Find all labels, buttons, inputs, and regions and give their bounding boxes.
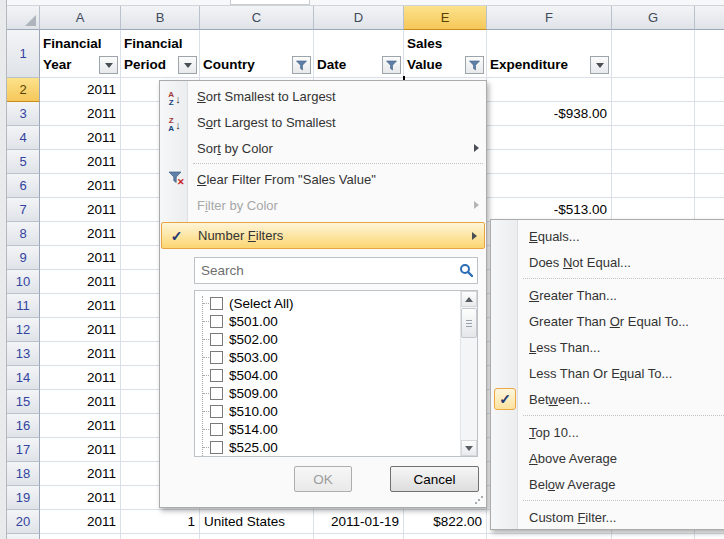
cancel-button[interactable]: Cancel [390, 466, 479, 492]
grid-cell[interactable]: 2011 [40, 390, 121, 414]
row-header-7[interactable]: 7 [7, 198, 40, 222]
submenu-item-equals[interactable]: Equals... [491, 223, 724, 249]
submenu-item-greater-than[interactable]: Greater Than... [491, 282, 724, 308]
menu-item-sort-by-color[interactable]: Sort by Color [160, 135, 486, 161]
filter-value-item[interactable]: $509.00 [195, 384, 459, 402]
header-cell-empty-g[interactable] [612, 30, 695, 78]
submenu-item-top-10[interactable]: Top 10... [491, 419, 724, 445]
submenu-item-does-not-equal[interactable]: Does Not Equal... [491, 249, 724, 275]
grid-cell[interactable]: 2011 [40, 366, 121, 390]
column-header-b[interactable]: B [121, 6, 200, 30]
grid-cell[interactable]: 2011 [40, 126, 121, 150]
header-cell-sales-value[interactable]: Sales Value [404, 30, 487, 78]
header-cell-financial-period[interactable]: Financial Period [121, 30, 200, 78]
header-cell-expenditure[interactable]: Expenditure [487, 30, 612, 78]
grid-cell[interactable] [612, 126, 695, 150]
grid-cell[interactable] [40, 534, 121, 539]
grid-cell[interactable] [695, 534, 724, 539]
ok-button[interactable]: OK [294, 466, 352, 492]
checkbox[interactable] [210, 387, 223, 400]
row-header-20[interactable]: 20 [7, 510, 40, 534]
checkbox[interactable] [210, 315, 223, 328]
menu-item-number-filters[interactable]: ✓Number Filters [161, 222, 485, 249]
grid-cell[interactable] [314, 534, 404, 539]
scroll-up-icon[interactable] [461, 291, 477, 307]
header-cell-financial-year[interactable]: Financial Year [40, 30, 121, 78]
grid-cell[interactable] [695, 78, 724, 102]
funnel-filter-icon[interactable] [465, 56, 484, 74]
grid-cell[interactable] [487, 174, 612, 198]
grid-cell[interactable] [612, 534, 695, 539]
menu-item-clear-filter-from-sales-value[interactable]: ✕Clear Filter From "Sales Value" [160, 166, 486, 192]
funnel-filter-icon[interactable] [382, 56, 401, 74]
grid-cell[interactable]: 2011 [40, 342, 121, 366]
grid-cell[interactable] [695, 150, 724, 174]
grid-cell[interactable]: 2011 [40, 414, 121, 438]
row-header-18[interactable]: 18 [7, 462, 40, 486]
grid-cell[interactable] [487, 150, 612, 174]
grid-cell[interactable]: 1 [121, 510, 200, 534]
grid-cell[interactable]: $822.00 [404, 510, 487, 534]
grid-cell[interactable] [612, 102, 695, 126]
row-header-6[interactable]: 6 [7, 174, 40, 198]
grid-cell[interactable] [487, 534, 612, 539]
grid-cell[interactable] [487, 126, 612, 150]
row-header-13[interactable]: 13 [7, 342, 40, 366]
grid-cell[interactable] [612, 78, 695, 102]
filter-value-item[interactable]: $503.00 [195, 348, 459, 366]
grid-cell[interactable] [695, 174, 724, 198]
row-header-10[interactable]: 10 [7, 270, 40, 294]
header-cell-empty-h[interactable] [695, 30, 724, 78]
grid-cell[interactable] [121, 534, 200, 539]
filter-value-item[interactable]: $510.00 [195, 402, 459, 420]
dropdown-arrow-icon[interactable] [178, 56, 197, 74]
row-header-5[interactable]: 5 [7, 150, 40, 174]
filter-value-item[interactable]: (Select All) [195, 294, 459, 312]
submenu-item-between[interactable]: ✓Between... [491, 386, 724, 412]
row-header-3[interactable]: 3 [7, 102, 40, 126]
row-header-12[interactable]: 12 [7, 318, 40, 342]
grid-cell[interactable]: 2011-01-19 [314, 510, 404, 534]
submenu-item-greater-than-or-equal-to[interactable]: Greater Than Or Equal To... [491, 308, 724, 334]
dropdown-arrow-icon[interactable] [99, 56, 118, 74]
header-cell-country[interactable]: Country [200, 30, 314, 78]
column-header-e[interactable]: E [404, 6, 487, 30]
grid-cell[interactable] [612, 174, 695, 198]
submenu-item-less-than[interactable]: Less Than... [491, 334, 724, 360]
grid-cell[interactable]: 2011 [40, 510, 121, 534]
checkbox[interactable] [210, 441, 223, 454]
checkbox[interactable] [210, 405, 223, 418]
menu-item-sort-smallest-to-largest[interactable]: AZ↓Sort Smallest to Largest [160, 83, 486, 109]
checkbox[interactable] [210, 297, 223, 310]
checkbox[interactable] [210, 423, 223, 436]
column-header-d[interactable]: D [314, 6, 404, 30]
submenu-item-less-than-or-equal-to[interactable]: Less Than Or Equal To... [491, 360, 724, 386]
row-header-16[interactable]: 16 [7, 414, 40, 438]
dropdown-arrow-icon[interactable] [590, 56, 609, 74]
grid-cell[interactable]: 2011 [40, 294, 121, 318]
grid-cell[interactable]: United States [200, 510, 314, 534]
resize-grip[interactable] [473, 494, 483, 504]
row-header-9[interactable]: 9 [7, 246, 40, 270]
row-header-2[interactable]: 2 [7, 78, 40, 102]
grid-cell[interactable]: 2011 [40, 150, 121, 174]
filter-value-item[interactable]: $502.00 [195, 330, 459, 348]
row-header-17[interactable]: 17 [7, 438, 40, 462]
header-cell-date[interactable]: Date [314, 30, 404, 78]
filter-value-item[interactable]: $504.00 [195, 366, 459, 384]
grid-cell[interactable] [695, 126, 724, 150]
filter-value-item[interactable]: $514.00 [195, 420, 459, 438]
scroll-down-icon[interactable] [461, 440, 477, 456]
row-header-19[interactable]: 19 [7, 486, 40, 510]
grid-cell[interactable] [612, 150, 695, 174]
column-header-g[interactable]: G [612, 6, 695, 30]
column-header-c[interactable]: C [200, 6, 314, 30]
grid-cell[interactable]: 2011 [40, 222, 121, 246]
checkbox[interactable] [210, 351, 223, 364]
column-header-partial[interactable] [695, 6, 724, 30]
grid-cell[interactable] [200, 534, 314, 539]
row-header-11[interactable]: 11 [7, 294, 40, 318]
grid-cell[interactable]: 2011 [40, 486, 121, 510]
scrollbar-thumb[interactable] [461, 308, 477, 338]
column-header-f[interactable]: F [487, 6, 612, 30]
